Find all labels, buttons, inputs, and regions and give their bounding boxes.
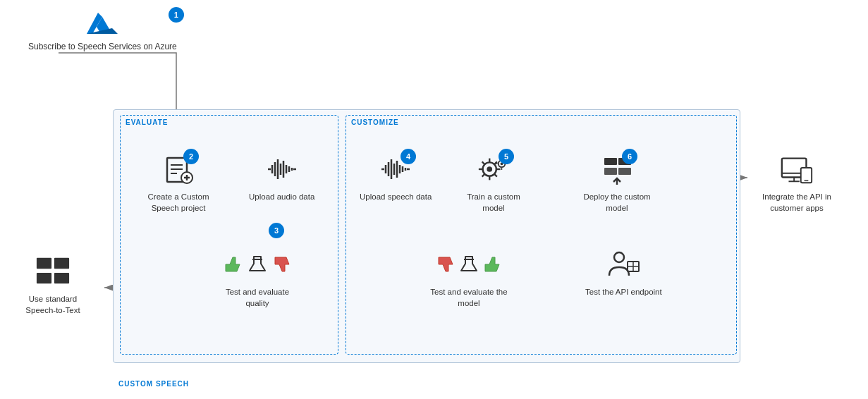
azure-logo-icon <box>87 13 118 38</box>
step3-badge: 3 <box>269 223 284 238</box>
stt-node: Use standard Speech-to-Text <box>14 254 92 316</box>
integrate-api-icon <box>779 152 814 186</box>
step5-node: 5 Train a custom model <box>455 152 532 214</box>
svg-rect-62 <box>618 168 631 175</box>
thumbs-up-model-icon <box>482 254 502 274</box>
upload-audio-node: Upload audio data <box>249 152 314 202</box>
thumbs-up-icon <box>223 254 243 274</box>
svg-line-51 <box>494 174 497 177</box>
speech-to-text-icon <box>35 254 71 288</box>
step6-badge: 6 <box>622 149 637 164</box>
step6-node: 6 Deploy the custom model <box>578 152 656 214</box>
svg-rect-75 <box>37 258 51 269</box>
test-api-icon <box>606 247 640 281</box>
flask-model-icon <box>458 254 479 275</box>
step4-label: Upload speech data <box>360 191 432 202</box>
svg-line-48 <box>482 161 485 164</box>
svg-rect-76 <box>54 258 69 269</box>
test-model-label: Test and evaluate the model <box>430 286 508 309</box>
upload-audio-label: Upload audio data <box>249 191 314 202</box>
step1-node: Subscribe to Speech Services on Azure 1 <box>28 13 177 53</box>
step2-label: Create a Custom Speech project <box>140 191 217 214</box>
step2-badge: 2 <box>183 149 199 164</box>
step1-badge: 1 <box>169 7 184 23</box>
svg-rect-77 <box>37 273 51 283</box>
thumbs-down-icon <box>272 254 292 274</box>
test-api-label: Test the API endpoint <box>585 286 662 297</box>
svg-line-50 <box>482 174 485 177</box>
svg-point-52 <box>487 166 492 172</box>
step4-node: 4 Upload speech data <box>360 152 432 202</box>
evaluate-box <box>120 115 338 355</box>
step5-label: Train a custom model <box>455 191 532 214</box>
step1-label: Subscribe to Speech Services on Azure <box>28 41 177 53</box>
label-customize: CUSTOMIZE <box>351 118 399 126</box>
audio-waveform-icon <box>265 152 299 186</box>
step7-node: Integrate the API in customer apps <box>758 152 836 214</box>
step5-badge: 5 <box>499 149 514 164</box>
step2-node: 2 Create a Custom Speech project <box>140 152 217 214</box>
step3-label: Test and evaluate quality <box>219 286 296 309</box>
label-custom-speech: CUSTOM SPEECH <box>118 380 189 388</box>
label-evaluate: EVALUATE <box>126 118 168 126</box>
stt-label: Use standard Speech-to-Text <box>14 293 92 316</box>
step4-badge: 4 <box>401 149 416 164</box>
test-api-node: Test the API endpoint <box>585 247 662 297</box>
svg-rect-59 <box>604 158 617 165</box>
thumbs-down-model-icon <box>436 254 456 274</box>
step6-label: Deploy the custom model <box>578 191 656 214</box>
diagram-container: Subscribe to Speech Services on Azure 1 … <box>0 0 868 399</box>
svg-point-65 <box>614 252 624 262</box>
flask-icon <box>247 254 268 275</box>
step7-label: Integrate the API in customer apps <box>758 191 836 214</box>
svg-rect-61 <box>604 168 617 175</box>
test-model-node: Test and evaluate the model <box>430 247 508 309</box>
svg-rect-78 <box>54 273 69 283</box>
step3-node: Test and evaluate quality <box>219 247 296 309</box>
